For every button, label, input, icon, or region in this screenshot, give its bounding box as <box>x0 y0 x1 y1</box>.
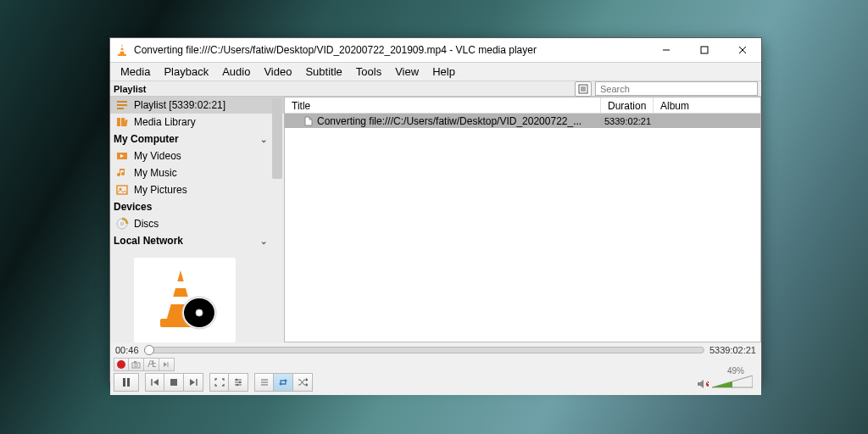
svg-marker-58 <box>698 380 704 388</box>
loop-a-b-button[interactable]: AB <box>144 358 159 371</box>
search-input[interactable] <box>595 81 758 96</box>
svg-rect-1 <box>120 47 123 48</box>
svg-rect-33 <box>134 361 136 363</box>
loop-button[interactable] <box>274 373 293 392</box>
playlist-header: Playlist <box>110 81 761 97</box>
track-title: Converting file:///C:/Users/fatiw/Deskto… <box>317 115 581 127</box>
sidebar-item-discs[interactable]: Discs <box>110 215 284 232</box>
svg-marker-43 <box>190 379 195 386</box>
svg-point-48 <box>236 379 238 381</box>
svg-marker-56 <box>306 378 308 381</box>
toggle-view-button[interactable] <box>575 81 592 97</box>
vlc-cone-disc-icon <box>147 266 223 334</box>
svg-marker-57 <box>306 383 308 387</box>
sidebar-item-media-library[interactable]: Media Library <box>110 114 284 131</box>
svg-marker-36 <box>164 362 167 367</box>
svg-marker-0 <box>120 44 125 55</box>
sidebar-item-playlist[interactable]: Playlist [5339:02:21] <box>110 97 284 114</box>
sidebar-item-my-videos[interactable]: My Videos <box>110 147 284 164</box>
fullscreen-button[interactable] <box>209 373 229 392</box>
column-album[interactable]: Album <box>654 97 760 113</box>
desktop-background: Converting file:///C:/Users/fatiw/Deskto… <box>0 0 868 434</box>
frame-step-button[interactable] <box>159 358 175 371</box>
list-icon <box>578 84 588 94</box>
svg-rect-3 <box>118 54 126 56</box>
snapshot-button[interactable] <box>129 358 144 371</box>
music-icon <box>115 166 129 180</box>
file-icon <box>303 116 314 126</box>
previous-button[interactable] <box>145 373 164 392</box>
sidebar-scrollbar[interactable] <box>270 97 284 342</box>
column-duration[interactable]: Duration <box>601 97 654 113</box>
svg-text:B: B <box>152 360 156 369</box>
sidebar-item-my-pictures[interactable]: My Pictures <box>110 181 284 198</box>
menu-media[interactable]: Media <box>114 63 157 81</box>
titlebar[interactable]: Converting file:///C:/Users/fatiw/Deskto… <box>110 38 761 63</box>
playlist-label: Playlist <box>110 84 575 94</box>
volume-percent: 49% <box>727 366 744 376</box>
svg-marker-41 <box>153 379 159 386</box>
stop-button[interactable] <box>164 373 184 392</box>
svg-rect-39 <box>127 378 130 387</box>
album-art-area <box>110 249 284 342</box>
track-duration: 5339:02:21 <box>601 116 654 126</box>
toggle-playlist-button[interactable] <box>254 373 274 392</box>
track-row[interactable]: Converting file:///C:/Users/fatiw/Deskto… <box>285 114 760 128</box>
svg-rect-2 <box>120 50 125 52</box>
extra-controls: AB <box>110 358 761 373</box>
menu-subtitle[interactable]: Subtitle <box>298 63 348 81</box>
svg-rect-38 <box>123 378 125 387</box>
menu-playback[interactable]: Playback <box>157 63 215 81</box>
svg-rect-5 <box>701 47 708 53</box>
minimize-button[interactable] <box>647 38 685 63</box>
vlc-cone-icon <box>115 43 129 57</box>
svg-point-49 <box>239 381 242 384</box>
svg-point-30 <box>196 309 203 316</box>
playlist-icon <box>115 98 129 112</box>
menu-help[interactable]: Help <box>426 63 462 81</box>
svg-rect-25 <box>175 281 186 288</box>
menu-video[interactable]: Video <box>257 63 298 81</box>
svg-rect-15 <box>117 118 120 126</box>
svg-point-50 <box>236 384 239 387</box>
chevron-down-icon: ⌄ <box>260 135 267 144</box>
pictures-icon <box>115 183 129 197</box>
time-total[interactable]: 5339:02:21 <box>709 345 756 355</box>
maximize-button[interactable] <box>685 38 723 63</box>
menubar: Media Playback Audio Video Subtitle Tool… <box>110 63 761 81</box>
record-button[interactable] <box>114 358 129 371</box>
extended-settings-button[interactable] <box>229 373 248 392</box>
controls-panel: 00:46 5339:02:21 AB <box>110 342 761 395</box>
track-list-header: Title Duration Album <box>285 97 760 114</box>
menu-tools[interactable]: Tools <box>349 63 388 81</box>
sidebar-section-my-computer[interactable]: My Computer⌄ <box>110 131 284 147</box>
time-elapsed[interactable]: 00:46 <box>115 345 139 355</box>
close-button[interactable] <box>723 38 761 63</box>
track-list: Title Duration Album Converting file:///… <box>284 97 761 342</box>
speaker-icon <box>697 379 709 389</box>
shuffle-button[interactable] <box>293 373 313 392</box>
mute-button[interactable] <box>697 379 709 389</box>
volume-slider[interactable]: 49% <box>712 376 753 389</box>
svg-point-23 <box>121 223 124 225</box>
disc-icon <box>115 217 129 231</box>
svg-point-32 <box>135 364 138 367</box>
svg-rect-16 <box>121 118 125 126</box>
play-pause-button[interactable] <box>114 373 139 392</box>
album-art-thumbnail[interactable] <box>134 258 236 342</box>
sidebar-item-my-music[interactable]: My Music <box>110 164 284 181</box>
window-title: Converting file:///C:/Users/fatiw/Deskto… <box>134 44 647 56</box>
svg-rect-20 <box>117 186 127 194</box>
sidebar-section-local-network[interactable]: Local Network⌄ <box>110 232 284 249</box>
media-library-icon <box>115 115 129 129</box>
sidebar-section-devices[interactable]: Devices <box>110 198 284 215</box>
seek-slider[interactable] <box>144 347 704 353</box>
menu-view[interactable]: View <box>388 63 426 81</box>
svg-rect-42 <box>170 379 177 386</box>
video-icon <box>115 149 129 163</box>
menu-audio[interactable]: Audio <box>215 63 257 81</box>
vlc-window: Converting file:///C:/Users/fatiw/Deskto… <box>109 37 762 382</box>
column-title[interactable]: Title <box>285 97 601 113</box>
next-button[interactable] <box>184 373 203 392</box>
chevron-down-icon: ⌄ <box>260 236 267 246</box>
